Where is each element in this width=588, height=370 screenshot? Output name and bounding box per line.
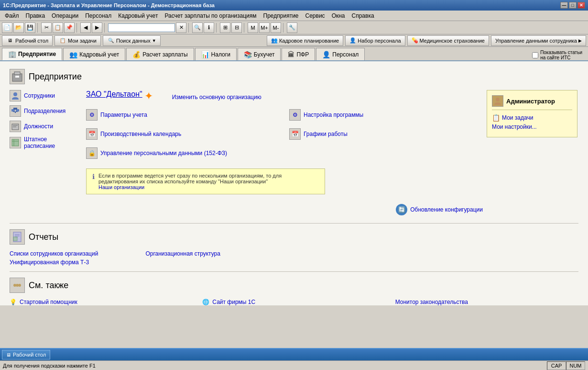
maximize-button[interactable]: □: [569, 2, 577, 9]
menu-help[interactable]: Справка: [349, 11, 377, 20]
my-tasks-link[interactable]: 📋 Мои задачи: [492, 114, 572, 122]
menu-service[interactable]: Сервис: [303, 11, 328, 20]
menu-hr[interactable]: Кадровый учет: [115, 11, 161, 20]
production-calendar-link[interactable]: 📅 Производственный календарь: [86, 128, 280, 140]
program-settings-link[interactable]: ⚙ Настройка программы: [289, 109, 483, 121]
reports-links-grid: Списки сотрудников организаций Организац…: [10, 250, 249, 266]
main-content: Предприятие Сотрудники: [0, 61, 588, 305]
change-org-link[interactable]: Изменить основную организацию: [172, 94, 261, 101]
toolbar-sep3: [104, 23, 106, 33]
quick-search[interactable]: 🔍 Поиск данных ▼: [103, 35, 161, 46]
org-structure-link[interactable]: Организационная структура: [145, 250, 249, 257]
tab-accounting[interactable]: 📚 Бухучет: [238, 48, 281, 60]
staffing-icon: [10, 137, 21, 148]
quick-employee-data[interactable]: Управление данными сотрудника ▶: [491, 35, 586, 46]
toolbar-sort2[interactable]: M+: [259, 22, 270, 33]
staffing-link[interactable]: Штатное расписание: [10, 136, 78, 149]
toolbar-grid2[interactable]: ⊟: [231, 22, 242, 33]
toolbar-search-go[interactable]: 🔍: [192, 22, 203, 33]
desktop-icon: 🖥: [6, 37, 14, 45]
toolbar-search-clear[interactable]: ✕: [176, 22, 186, 33]
see-also-section: См. также 💡 Стартовый помощник 👤 Физичес…: [0, 272, 588, 305]
toolbar-open[interactable]: 📂: [13, 22, 24, 33]
toolbar-cut[interactable]: ✂: [41, 22, 52, 33]
toolbar-save[interactable]: 💾: [25, 22, 35, 33]
toolbar-back[interactable]: ◀: [80, 22, 91, 33]
menu-file[interactable]: Файл: [2, 11, 22, 20]
tab-hr[interactable]: 👥 Кадровый учет: [63, 48, 125, 60]
employees-link[interactable]: Сотрудники: [10, 90, 78, 101]
num-lock-indicator: NUM: [566, 361, 585, 370]
form-t3-link[interactable]: Унифицированная форма Т-3: [10, 259, 126, 266]
toolbar-help[interactable]: ℹ: [204, 22, 214, 33]
startup-helper-link[interactable]: 💡 Стартовый помощник: [10, 299, 193, 305]
svg-point-16: [496, 98, 500, 101]
toolbar-copy[interactable]: 📋: [53, 22, 63, 33]
update-config-link[interactable]: 🔄 Обновление конфигурации: [396, 204, 483, 215]
work-schedules-link[interactable]: 📅 Графики работы: [289, 128, 483, 140]
tasks-icon: 📋: [59, 37, 66, 45]
toolbar-misc[interactable]: 🔧: [287, 22, 297, 33]
quick-insurance[interactable]: 💊 Медицинское страхование: [407, 35, 489, 46]
status-text: Для получения подсказки нажмите F1: [3, 363, 547, 369]
toolbar-sort3[interactable]: M-: [271, 22, 281, 33]
svg-point-4: [13, 92, 17, 96]
law-monitor-link[interactable]: Монитор законодательства: [395, 299, 578, 305]
toolbar-sort[interactable]: M: [248, 22, 258, 33]
enterprise-section: Предприятие Сотрудники: [0, 61, 588, 223]
personnel-tab-icon: 👤: [322, 51, 330, 58]
menu-enterprise[interactable]: Предприятие: [261, 11, 302, 20]
quick-hr-planning[interactable]: 👥 Кадровое планирование: [267, 35, 343, 46]
positions-link[interactable]: Должности: [10, 121, 78, 132]
toolbar-new[interactable]: 📄: [2, 22, 12, 33]
enterprise-main: ЗАО "Дельтаон" ✦ Изменить основную орган…: [86, 90, 483, 215]
enterprise-header: Предприятие: [10, 69, 578, 84]
personal-data-link[interactable]: 🔒 Управление персональными данными (152-…: [86, 147, 280, 159]
tab-pfr[interactable]: 🏛 ПФР: [282, 48, 315, 60]
toolbar-paste[interactable]: 📌: [64, 22, 75, 33]
tab-salary[interactable]: 💰 Расчет зарплаты: [126, 48, 194, 60]
company-name-link[interactable]: ЗАО "Дельтаон": [86, 90, 142, 99]
sparkle-icon: ✦: [144, 90, 153, 102]
taskbar-desktop-btn[interactable]: 🖥 Рабочий стол: [2, 350, 50, 359]
main-links-grid: ⚙ Параметры учета ⚙ Настройка программы …: [86, 109, 483, 163]
employee-lists-link[interactable]: Списки сотрудников организаций: [10, 250, 126, 257]
toolbar-forward[interactable]: ▶: [92, 22, 102, 33]
accounting-tab-icon: 📚: [244, 51, 252, 58]
svg-rect-13: [12, 139, 19, 146]
menu-salary[interactable]: Расчет зарплаты по организациям: [162, 11, 259, 20]
quick-tasks[interactable]: 📋 Мои задачи: [54, 35, 101, 46]
info-box: ℹ Если в программе ведется учет сразу по…: [86, 168, 325, 194]
search-input[interactable]: [108, 23, 175, 32]
toolbar-sep5: [216, 23, 218, 33]
close-button[interactable]: ✕: [577, 2, 585, 9]
caps-lock-indicator: CAP: [547, 361, 566, 370]
employees-icon: [10, 90, 21, 101]
our-org-link[interactable]: Наши организации: [98, 184, 144, 190]
toolbar-grid[interactable]: ⊞: [220, 22, 230, 33]
minimize-button[interactable]: —: [560, 2, 568, 9]
menu-edit[interactable]: Правка: [23, 11, 48, 20]
tab-taxes[interactable]: 📊 Налоги: [195, 48, 237, 60]
menu-windows[interactable]: Окна: [329, 11, 348, 20]
quick-recruitment[interactable]: 👤 Набор персонала: [345, 35, 405, 46]
my-settings-link[interactable]: Мои настройки...: [492, 123, 572, 130]
divisions-link[interactable]: Подразделения: [10, 105, 78, 117]
menu-personnel[interactable]: Персонал: [82, 11, 114, 20]
1c-site-link[interactable]: 🌐 Сайт фирмы 1С: [202, 299, 385, 305]
positions-icon: [10, 121, 21, 132]
toolbar-sep6: [244, 23, 246, 33]
quick-desktop[interactable]: 🖥 Рабочий стол: [2, 35, 53, 46]
enterprise-tab-icon: 🏢: [8, 50, 16, 58]
svg-rect-1: [14, 72, 20, 75]
accounting-params-link[interactable]: ⚙ Параметры учета: [86, 109, 280, 121]
toolbar-sep7: [283, 23, 285, 33]
show-site-checkbox[interactable]: [532, 52, 538, 58]
tab-personnel[interactable]: 👤 Персонал: [316, 48, 365, 60]
menu-operations[interactable]: Операции: [49, 11, 81, 20]
tab-enterprise[interactable]: 🏢 Предприятие: [2, 48, 62, 60]
title-bar: 1С:Предприятие - Зарплата и Управление П…: [0, 0, 588, 11]
see-also-section-icon: [10, 278, 25, 293]
tasks-bullet-icon: 📋: [492, 114, 500, 122]
reports-section-icon: [10, 229, 25, 245]
